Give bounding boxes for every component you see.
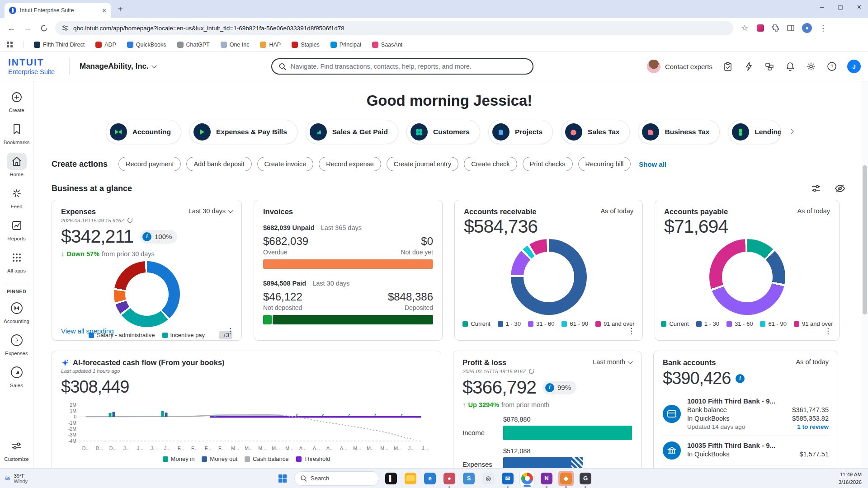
to-review-link[interactable]: 1 to review bbox=[797, 423, 829, 430]
category-pill-lending[interactable]: Lending bbox=[728, 120, 781, 144]
window-minimize-button[interactable]: ─ bbox=[820, 4, 824, 10]
sidebar-item-all-apps[interactable]: All apps bbox=[2, 249, 32, 273]
intuit-logo[interactable]: INTUIT Enterprise Suite bbox=[0, 57, 69, 75]
taskbar-app-onenote[interactable]: N bbox=[539, 471, 554, 486]
action-record-expense[interactable]: Record expense bbox=[319, 157, 381, 171]
org-chart-icon[interactable] bbox=[764, 61, 775, 72]
forward-button[interactable]: → bbox=[23, 23, 33, 33]
bookmark-item[interactable]: Principal bbox=[330, 42, 361, 48]
bookmark-item[interactable]: QuickBooks bbox=[127, 42, 166, 48]
action-print-checks[interactable]: Print checks bbox=[523, 157, 573, 171]
refresh-icon[interactable] bbox=[127, 217, 133, 223]
window-maximize-button[interactable]: ▢ bbox=[838, 4, 843, 10]
bookmark-item[interactable]: ChatGPT bbox=[177, 42, 210, 48]
taskbar-app-goto[interactable]: G bbox=[578, 471, 593, 486]
help-icon[interactable]: ? bbox=[826, 61, 837, 72]
new-tab-button[interactable]: + bbox=[118, 4, 123, 14]
profile-avatar[interactable]: ● bbox=[802, 23, 812, 33]
tab-close-icon[interactable]: ✕ bbox=[102, 7, 107, 14]
window-close-button[interactable]: ✕ bbox=[857, 4, 862, 10]
cashflow-chart[interactable]: 2M1M0-1M-2M-3M-4M bbox=[61, 401, 432, 445]
action-recurring-bill[interactable]: Recurring bill bbox=[578, 157, 631, 171]
category-pill-accounting[interactable]: Accounting bbox=[106, 120, 181, 144]
pnl-bar[interactable] bbox=[503, 426, 632, 440]
show-all-link[interactable]: Show all bbox=[639, 160, 666, 168]
expenses-donut-chart[interactable] bbox=[114, 261, 180, 327]
taskbar-app-media-player[interactable]: ▌ bbox=[383, 471, 399, 486]
bookmark-star-icon[interactable]: ☆ bbox=[740, 23, 750, 33]
taskbar-app-chrome[interactable] bbox=[519, 471, 535, 486]
page-scrollbar[interactable] bbox=[862, 81, 868, 468]
expenses-confidence-badge[interactable]: i100% bbox=[140, 230, 177, 244]
bank-account-row[interactable]: 10035 Fifth Third Bank - 9...In QuickBoo… bbox=[663, 436, 829, 465]
info-icon[interactable]: i bbox=[736, 374, 745, 383]
site-settings-icon[interactable] bbox=[61, 24, 69, 32]
pnl-bar[interactable] bbox=[503, 457, 583, 468]
view-all-spending-link[interactable]: View all spending bbox=[61, 327, 113, 335]
action-create-invoice[interactable]: Create invoice bbox=[257, 157, 314, 171]
address-bar[interactable]: qbo.intuit.com/app/homepage?locale=en-us… bbox=[55, 21, 733, 35]
sidebar-item-customize[interactable]: Customize bbox=[2, 437, 32, 462]
sidebar-item-reports[interactable]: Reports bbox=[2, 217, 32, 241]
taskbar-app-edge[interactable]: e bbox=[422, 471, 438, 486]
apps-grid-icon[interactable] bbox=[6, 41, 14, 48]
expenses-kebab-menu[interactable]: ⋮ bbox=[226, 327, 234, 335]
back-button[interactable]: ← bbox=[6, 23, 16, 33]
sidebar-item-home[interactable]: Home bbox=[2, 153, 32, 177]
pnl-range-dropdown[interactable]: Last month bbox=[593, 358, 632, 366]
bookmark-item[interactable]: SaasAnt bbox=[372, 42, 402, 48]
category-pill-business-tax[interactable]: Business Tax bbox=[638, 120, 720, 144]
unpaid-bar-chart[interactable] bbox=[263, 259, 433, 269]
sidebar-item-create[interactable]: Create bbox=[2, 89, 32, 113]
ar-kebab-menu[interactable]: ⋮ bbox=[627, 327, 635, 335]
refresh-icon[interactable] bbox=[528, 368, 534, 374]
extension-pink-icon[interactable] bbox=[757, 24, 764, 32]
browser-menu-icon[interactable]: ⋮ bbox=[819, 24, 827, 32]
bookmark-item[interactable]: Staples bbox=[292, 42, 320, 48]
bookmark-item[interactable]: Fifth Third Direct bbox=[34, 42, 85, 48]
taskbar-app-copilot[interactable]: ◎ bbox=[481, 471, 496, 486]
bookmark-item[interactable]: HAP bbox=[260, 42, 281, 48]
action-create-check[interactable]: Create check bbox=[464, 157, 517, 171]
tasks-clipboard-icon[interactable] bbox=[722, 61, 733, 72]
bookmark-item[interactable]: One Inc bbox=[221, 42, 250, 48]
customize-sliders-icon[interactable] bbox=[811, 183, 821, 193]
action-record-payment[interactable]: Record payment bbox=[118, 157, 181, 171]
carousel-next-icon[interactable] bbox=[789, 129, 794, 134]
global-search[interactable] bbox=[271, 58, 533, 75]
start-button[interactable] bbox=[275, 471, 290, 486]
quick-actions-bolt-icon[interactable] bbox=[743, 61, 754, 72]
sidebar-pinned-sales[interactable]: Sales bbox=[2, 364, 32, 388]
category-pill-projects[interactable]: Projects bbox=[488, 120, 553, 144]
scrollbar-thumb[interactable] bbox=[863, 165, 867, 314]
company-switcher[interactable]: ManageAbility, Inc. bbox=[80, 62, 156, 71]
action-add-bank-deposit[interactable]: Add bank deposit bbox=[186, 157, 251, 171]
bank-account-row[interactable]: 10010 Fifth Third Bank - 9...Bank balanc… bbox=[663, 392, 829, 436]
taskbar-weather[interactable]: ≋ 39°F Windy bbox=[5, 473, 28, 484]
bookmark-item[interactable]: ADP bbox=[95, 42, 116, 48]
sidebar-item-feed[interactable]: Feed bbox=[2, 185, 32, 209]
category-pill-customers[interactable]: Customers bbox=[406, 120, 480, 144]
ar-donut-chart[interactable] bbox=[511, 239, 587, 315]
action-create-journal-entry[interactable]: Create journal entry bbox=[387, 157, 458, 171]
taskbar-app-outlook[interactable]: ✉ bbox=[500, 471, 515, 486]
ap-donut-chart[interactable] bbox=[709, 239, 785, 315]
paid-bar-chart[interactable] bbox=[263, 315, 433, 324]
category-pill-sales-tax[interactable]: Sales Tax bbox=[561, 120, 630, 144]
taskbar-app-file-explorer[interactable] bbox=[403, 471, 418, 486]
reload-button[interactable] bbox=[39, 23, 49, 33]
contact-experts-button[interactable]: Contact experts bbox=[647, 60, 712, 73]
sidebar-item-bookmarks[interactable]: Bookmarks bbox=[2, 121, 32, 145]
extensions-puzzle-icon[interactable] bbox=[771, 24, 779, 32]
side-panel-icon[interactable] bbox=[787, 24, 795, 32]
category-pill-sales-get-paid[interactable]: Sales & Get Paid bbox=[306, 120, 398, 144]
taskbar-search[interactable]: Search bbox=[294, 471, 379, 486]
pnl-confidence-badge[interactable]: i99% bbox=[542, 381, 576, 394]
expenses-range-dropdown[interactable]: Last 30 days bbox=[189, 207, 232, 215]
taskbar-app-quickbooks-tool[interactable]: ◆ bbox=[558, 471, 574, 486]
user-avatar[interactable]: J bbox=[847, 60, 861, 73]
ap-kebab-menu[interactable]: ⋮ bbox=[824, 327, 832, 335]
category-pill-expenses-pay-bills[interactable]: Expenses & Pay Bills bbox=[189, 120, 297, 144]
notifications-bell-icon[interactable] bbox=[785, 61, 796, 72]
taskbar-clock[interactable]: 11:49 AM 3/16/2026 bbox=[839, 471, 862, 486]
